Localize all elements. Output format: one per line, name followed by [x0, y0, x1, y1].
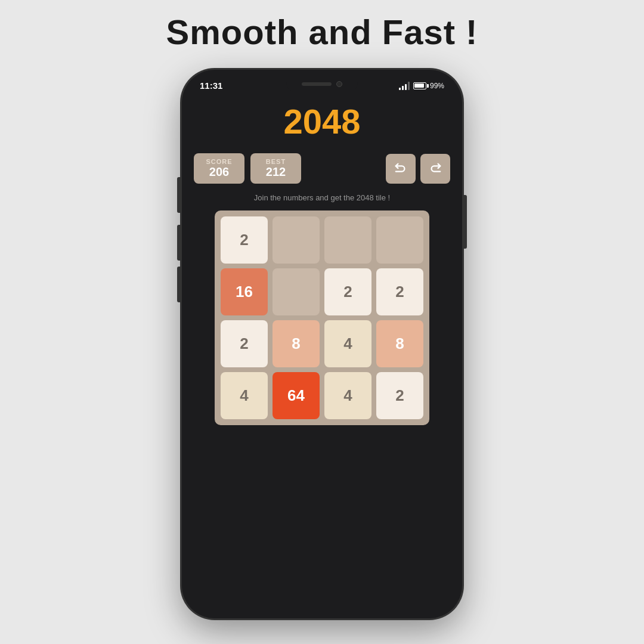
best-label: BEST [266, 158, 286, 165]
phone-screen: 11:31 99% 2048 [182, 70, 462, 618]
redo-button[interactable] [420, 154, 450, 184]
speaker [302, 82, 332, 86]
camera [336, 81, 342, 87]
tile-r0-c3 [376, 216, 423, 264]
notch [286, 76, 358, 92]
score-value: 206 [209, 165, 229, 179]
score-area: SCORE 206 BEST 212 [194, 153, 450, 184]
tile-r0-c2 [324, 216, 371, 264]
page-title: Smooth and Fast ! [166, 12, 478, 52]
tile-r3-c0: 4 [221, 372, 268, 419]
game-board: 21622284846442 [215, 210, 429, 425]
tile-r2-c3: 8 [376, 320, 423, 367]
undo-button[interactable] [386, 154, 416, 184]
tile-r3-c2: 4 [324, 372, 371, 419]
tile-r1-c0: 16 [221, 268, 268, 315]
tile-r2-c1: 8 [273, 320, 320, 367]
battery-percent: 99% [430, 82, 444, 90]
game-title: 2048 [283, 101, 360, 141]
best-value: 212 [266, 165, 286, 179]
status-time: 11:31 [200, 80, 222, 91]
tile-r0-c1 [273, 216, 320, 264]
status-icons: 99% [399, 82, 444, 90]
tile-r0-c0: 2 [221, 216, 268, 264]
status-bar: 11:31 99% [182, 70, 462, 95]
control-buttons [386, 154, 450, 184]
battery-icon [413, 82, 426, 89]
hint-text: Join the numbers and get the 2048 tile ! [254, 193, 390, 202]
best-box: BEST 212 [250, 153, 301, 184]
tile-r1-c3: 2 [376, 268, 423, 315]
app-content: 2048 SCORE 206 BEST 212 [182, 95, 462, 618]
tile-r3-c1: 64 [273, 372, 320, 419]
score-box: SCORE 206 [194, 153, 244, 184]
phone-frame: 11:31 99% 2048 [182, 70, 462, 618]
signal-icon [399, 82, 410, 90]
tile-r1-c2: 2 [324, 268, 371, 315]
score-label: SCORE [206, 158, 232, 165]
tile-r2-c2: 4 [324, 320, 371, 367]
tile-r3-c3: 2 [376, 372, 423, 419]
tile-r1-c1 [273, 268, 320, 315]
tile-r2-c0: 2 [221, 320, 268, 367]
